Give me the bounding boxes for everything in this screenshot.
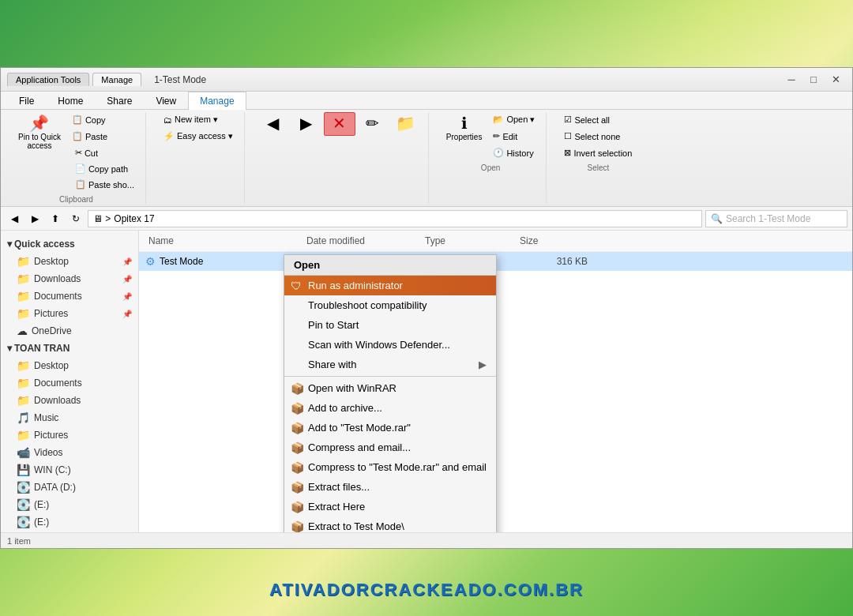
ribbon-group-select: ☑ Select all ☐ Select none ⊠ Invert sele… bbox=[553, 112, 643, 204]
refresh-button[interactable]: ↻ bbox=[67, 210, 85, 227]
folder-icon-music: 🎵 bbox=[17, 411, 30, 424]
ribbon-group-nav: ◀ ▶ ✕ ✏ 📁 bbox=[251, 112, 429, 204]
status-bar: 1 item bbox=[1, 532, 852, 548]
cm-run-as-admin[interactable]: 🛡 Run as administrator bbox=[284, 276, 496, 295]
nav-bar: ◀ ▶ ⬆ ↻ 🖥 > Opitex 17 🔍 Search 1-Test Mo… bbox=[1, 207, 852, 231]
cm-pin-start[interactable]: Pin to Start bbox=[284, 315, 496, 335]
sidebar-item-desktop-2[interactable]: 📁 Desktop bbox=[1, 357, 138, 374]
sidebar-item-downloads-1[interactable]: 📁 Downloads 📌 bbox=[1, 270, 138, 287]
sidebar-item-desktop-1[interactable]: 📁 Desktop 📌 bbox=[1, 253, 138, 270]
cm-extract-files[interactable]: 📦 Extract files... bbox=[284, 477, 496, 497]
cm-share-arrow: ▶ bbox=[479, 359, 487, 370]
manage-tab[interactable]: Manage bbox=[92, 73, 141, 86]
col-header-modified[interactable]: Date modified bbox=[303, 234, 422, 248]
select-none-button[interactable]: ☐ Select none bbox=[559, 129, 637, 144]
history-button[interactable]: 🕐 History bbox=[488, 145, 539, 160]
search-placeholder: Search 1-Test Mode bbox=[726, 213, 810, 224]
properties-button[interactable]: ℹ Properties bbox=[442, 112, 487, 145]
nav-ribbon-buttons: ◀ ▶ ✕ ✏ 📁 bbox=[257, 112, 422, 136]
minimize-button[interactable]: ─ bbox=[781, 72, 802, 88]
col-header-name[interactable]: Name bbox=[145, 234, 303, 248]
sidebar-item-documents-2[interactable]: 📁 Documents bbox=[1, 374, 138, 392]
select-buttons: ☑ Select all ☐ Select none ⊠ Invert sele… bbox=[559, 112, 637, 160]
status-text: 1 item bbox=[7, 536, 31, 546]
cm-add-archive[interactable]: 📦 Add to archive... bbox=[284, 398, 496, 418]
folder-icon-datad: 💽 bbox=[17, 481, 30, 494]
sidebar-item-documents-1[interactable]: 📁 Documents 📌 bbox=[1, 287, 138, 305]
copy-path-icon: 📄 bbox=[75, 163, 86, 174]
toan-tran-chevron: ▾ bbox=[7, 343, 12, 354]
cm-scan-defender[interactable]: Scan with Windows Defender... bbox=[284, 335, 496, 355]
tab-file[interactable]: File bbox=[7, 92, 46, 110]
cm-rar-icon-1: 📦 bbox=[291, 382, 304, 395]
sidebar-item-e1[interactable]: 💽 (E:) bbox=[1, 496, 138, 513]
maximize-button[interactable]: □ bbox=[803, 72, 824, 88]
tab-view[interactable]: View bbox=[144, 92, 188, 110]
sidebar-item-pictures-2[interactable]: 📁 Pictures bbox=[1, 426, 138, 444]
folder-icon-docs1: 📁 bbox=[17, 290, 30, 302]
address-bar[interactable]: 🖥 > Opitex 17 bbox=[88, 210, 702, 227]
back-button[interactable]: ◀ bbox=[6, 210, 23, 227]
edit-button[interactable]: ✏ Edit bbox=[488, 129, 539, 144]
folder-button[interactable]: 📁 bbox=[390, 112, 422, 136]
sidebar-item-winc[interactable]: 💾 WIN (C:) bbox=[1, 461, 138, 479]
window-controls: ─ □ ✕ bbox=[781, 72, 846, 88]
rename-icon: ✏ bbox=[366, 115, 379, 131]
col-header-type[interactable]: Type bbox=[422, 234, 517, 248]
cm-open-winrar[interactable]: 📦 Open with WinRAR bbox=[284, 378, 496, 398]
up-button[interactable]: ⬆ bbox=[47, 210, 64, 227]
folder-icon-downloads2: 📁 bbox=[17, 394, 30, 407]
sidebar-item-datad[interactable]: 💽 DATA (D:) bbox=[1, 479, 138, 496]
sidebar-item-e2[interactable]: 💽 (E:) bbox=[1, 513, 138, 531]
rename-button[interactable]: ✏ bbox=[357, 112, 389, 136]
folder-icon-desktop1: 📁 bbox=[17, 255, 30, 268]
cm-troubleshoot[interactable]: Troubleshoot compatibility bbox=[284, 295, 496, 315]
cut-button[interactable]: ✂ Cut bbox=[70, 145, 139, 160]
copy-path-button[interactable]: 📄 Copy path bbox=[70, 161, 139, 176]
back-ribbon-button[interactable]: ◀ bbox=[257, 112, 289, 136]
quick-access-header[interactable]: ▾ Quick access bbox=[1, 235, 138, 253]
new-item-button[interactable]: 🗂 New item ▾ bbox=[159, 112, 223, 127]
tab-home[interactable]: Home bbox=[46, 92, 95, 110]
delete-button[interactable]: ✕ bbox=[324, 112, 355, 136]
folder-icon-pics1: 📁 bbox=[17, 307, 30, 320]
path-separator: 🖥 > bbox=[93, 213, 111, 224]
cm-add-testmode-rar[interactable]: 📦 Add to "Test Mode.rar" bbox=[284, 418, 496, 438]
folder-icon: 📁 bbox=[396, 115, 415, 131]
copy-button[interactable]: 📋 Copy bbox=[67, 112, 139, 127]
tab-manage[interactable]: Manage bbox=[188, 92, 246, 110]
sidebar-item-videos[interactable]: 📹 Videos bbox=[1, 444, 138, 461]
tab-share[interactable]: Share bbox=[95, 92, 144, 110]
sidebar-item-music[interactable]: 🎵 Music bbox=[1, 409, 138, 426]
cm-compress-email[interactable]: 📦 Compress and email... bbox=[284, 438, 496, 457]
cm-extract-testmode[interactable]: 📦 Extract to Test Mode\ bbox=[284, 516, 496, 532]
copy-icon: 📋 bbox=[72, 115, 83, 125]
paste-shortcut-button[interactable]: 📋 Paste sho... bbox=[70, 177, 139, 192]
ribbon-tabs: File Home Share View Manage bbox=[1, 92, 852, 110]
pin-quick-access-button[interactable]: 📌 Pin to Quickaccess bbox=[13, 112, 66, 153]
paste-button[interactable]: 📋 Paste bbox=[67, 129, 139, 144]
open-button[interactable]: 📂 Open ▾ bbox=[488, 112, 539, 127]
invert-selection-button[interactable]: ⊠ Invert selection bbox=[559, 145, 637, 160]
cm-extract-here[interactable]: 📦 Extract Here bbox=[284, 497, 496, 516]
file-name-cell: ⚙ Test Mode bbox=[145, 255, 303, 268]
easy-access-button[interactable]: ⚡ Easy access ▾ bbox=[159, 129, 238, 144]
search-bar[interactable]: 🔍 Search 1-Test Mode bbox=[705, 210, 847, 227]
forward-button[interactable]: ▶ bbox=[26, 210, 43, 227]
context-menu: Open 🛡 Run as administrator Troubleshoot… bbox=[284, 254, 497, 532]
cm-compress-testmode-email[interactable]: 📦 Compress to "Test Mode.rar" and email bbox=[284, 457, 496, 477]
sidebar-item-onedrive[interactable]: ☁ OneDrive bbox=[1, 322, 138, 340]
close-button[interactable]: ✕ bbox=[825, 72, 846, 88]
sidebar-item-pictures-1[interactable]: 📁 Pictures 📌 bbox=[1, 305, 138, 322]
cm-rar-icon-8: 📦 bbox=[291, 520, 304, 533]
folder-icon-desktop2: 📁 bbox=[17, 359, 30, 372]
app-tools-tab[interactable]: Application Tools bbox=[7, 73, 89, 86]
folder-icon-pics2: 📁 bbox=[17, 429, 30, 441]
sidebar-item-downloads-2[interactable]: 📁 Downloads bbox=[1, 392, 138, 409]
cm-share-with[interactable]: Share with ▶ bbox=[284, 355, 496, 374]
toan-tran-header[interactable]: ▾ TOAN TRAN bbox=[1, 340, 138, 357]
main-area: ▾ Quick access 📁 Desktop 📌 📁 Downloads 📌… bbox=[1, 231, 852, 532]
forward-ribbon-button[interactable]: ▶ bbox=[291, 112, 322, 136]
col-header-size[interactable]: Size bbox=[517, 234, 596, 248]
select-all-button[interactable]: ☑ Select all bbox=[559, 112, 637, 127]
